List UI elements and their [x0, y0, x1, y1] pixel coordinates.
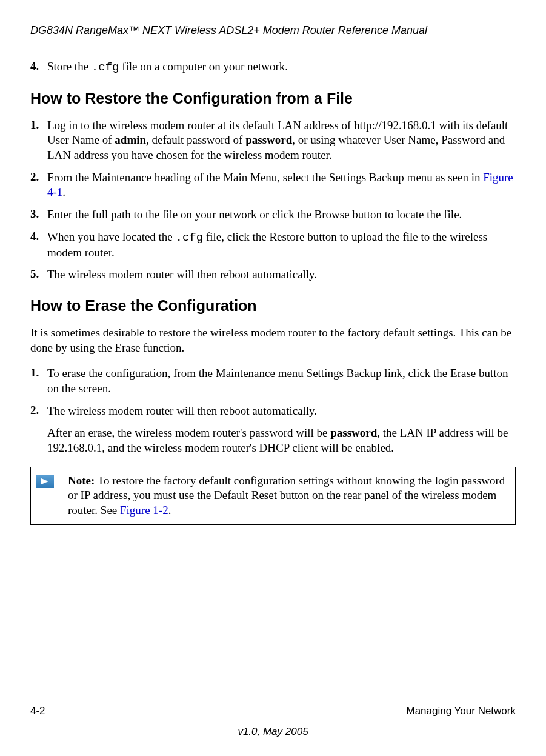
text: Store the [47, 60, 92, 73]
list-number: 5. [30, 267, 47, 283]
section-name: Managing Your Network [406, 705, 516, 717]
text: , default password of [146, 133, 245, 146]
note-box: Note: To restore the factory default con… [30, 467, 516, 525]
restore-step-5: 5. The wireless modem router will then r… [30, 267, 516, 283]
text: After an erase, the wireless modem route… [47, 426, 330, 439]
heading-erase: How to Erase the Configuration [30, 297, 516, 315]
text: From the Maintenance heading of the Main… [47, 171, 483, 184]
code-text: .cfg [176, 231, 204, 244]
footer-version: v1.0, May 2005 [30, 726, 516, 738]
list-content: Store the .cfg file on a computer on you… [47, 59, 516, 75]
bold-text: password [330, 426, 377, 439]
footer-divider [30, 701, 516, 701]
figure-link[interactable]: Figure 1-2 [120, 504, 168, 517]
list-number: 1. [30, 366, 47, 396]
erase-intro: It is sometimes desirable to restore the… [30, 326, 516, 355]
text: file on a computer on your network. [119, 60, 288, 73]
erase-result: After an erase, the wireless modem route… [47, 426, 516, 455]
restore-step-4: 4. When you have located the .cfg file, … [30, 230, 516, 260]
list-number: 4. [30, 230, 47, 260]
heading-restore: How to Restore the Configuration from a … [30, 90, 516, 107]
list-number: 2. [30, 404, 47, 419]
list-number: 1. [30, 118, 47, 163]
note-text: Note: To restore the factory default con… [59, 467, 515, 524]
text: When you have located the [47, 230, 176, 243]
header-title: DG834N RangeMax™ NEXT Wireless ADSL2+ Mo… [30, 24, 516, 37]
text: . [168, 504, 171, 517]
top-step-4: 4. Store the .cfg file on a computer on … [30, 59, 516, 75]
erase-step-2: 2. The wireless modem router will then r… [30, 404, 516, 419]
note-icon-cell [31, 467, 59, 524]
bold-text: password [245, 133, 292, 146]
list-content: From the Maintenance heading of the Main… [47, 170, 516, 200]
list-content: The wireless modem router will then rebo… [47, 404, 516, 419]
note-label: Note: [68, 474, 95, 487]
erase-step-1: 1. To erase the configuration, from the … [30, 366, 516, 396]
text: . [62, 186, 65, 198]
arrow-icon [36, 475, 54, 488]
list-content: To erase the configuration, from the Mai… [47, 366, 516, 396]
text: Enter the full path to the file on your … [47, 208, 462, 221]
header-divider [30, 41, 516, 41]
list-content: Log in to the wireless modem router at i… [47, 118, 516, 163]
restore-step-3: 3. Enter the full path to the file on yo… [30, 207, 516, 222]
text: The wireless modem router will then rebo… [47, 268, 317, 281]
list-number: 2. [30, 170, 47, 200]
list-content: Enter the full path to the file on your … [47, 207, 516, 222]
code-text: .cfg [92, 61, 119, 74]
page-number: 4-2 [30, 705, 45, 717]
list-number: 3. [30, 207, 47, 222]
list-content: The wireless modem router will then rebo… [47, 267, 516, 283]
bold-text: admin [115, 133, 146, 146]
list-number: 4. [30, 59, 47, 75]
restore-step-1: 1. Log in to the wireless modem router a… [30, 118, 516, 163]
footer: 4-2 Managing Your Network v1.0, May 2005 [30, 701, 516, 738]
list-content: When you have located the .cfg file, cli… [47, 230, 516, 260]
footer-row: 4-2 Managing Your Network [30, 705, 516, 717]
restore-step-2: 2. From the Maintenance heading of the M… [30, 170, 516, 200]
